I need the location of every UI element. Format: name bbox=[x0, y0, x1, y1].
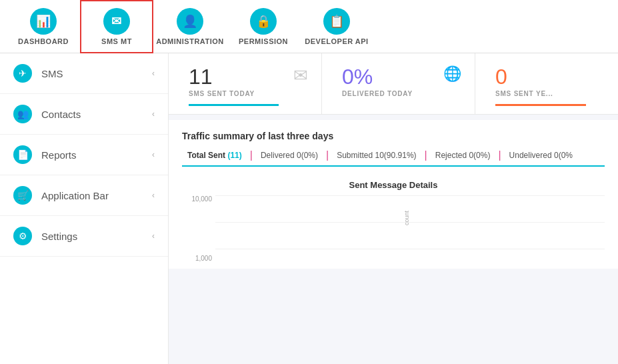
contacts-chevron-icon: ‹ bbox=[152, 109, 155, 119]
sms-chevron-icon: ‹ bbox=[152, 69, 155, 78]
sms-sent-today-label: SMS SENT TODAY bbox=[189, 90, 301, 97]
delivered-today-icon: 🌐 bbox=[443, 65, 461, 83]
sms-sent-today-icon: ✉ bbox=[293, 65, 308, 86]
application-bar-chevron-icon: ‹ bbox=[152, 191, 155, 200]
tab-total-sent[interactable]: Total Sent (11) bbox=[182, 151, 247, 160]
sms-sent-yesterday-underline bbox=[495, 104, 586, 106]
sidebar-item-application-bar[interactable]: 🛒 Application Bar ‹ bbox=[0, 175, 168, 216]
chart-container: 10,000 1,000 count bbox=[182, 195, 605, 262]
dashboard-icon: 📊 bbox=[30, 8, 57, 35]
tab-undelivered[interactable]: Undelivered 0(0% bbox=[504, 151, 578, 160]
nav-sms-mt-label: SMS MT bbox=[101, 37, 132, 45]
delivered-today-label: DELIVERED TODAY bbox=[342, 90, 455, 97]
tab-sep-1: | bbox=[250, 149, 253, 161]
sidebar-reports-label: Reports bbox=[41, 149, 152, 161]
y-label-1000: 1,000 bbox=[182, 255, 212, 262]
settings-chevron-icon: ‹ bbox=[152, 231, 155, 241]
nav-dashboard-label: DASHBOARD bbox=[18, 37, 69, 45]
reports-chevron-icon: ‹ bbox=[152, 150, 155, 159]
total-sent-count: (11) bbox=[227, 151, 241, 160]
stat-sms-sent-yesterday: 0 SMS SENT YE... bbox=[475, 53, 618, 114]
reports-sidebar-icon: 📄 bbox=[13, 145, 32, 164]
sidebar-item-reports[interactable]: 📄 Reports ‹ bbox=[0, 135, 168, 175]
permission-icon: 🔒 bbox=[250, 8, 277, 35]
developer-api-icon: 📋 bbox=[323, 8, 350, 35]
stat-delivered-today: 0% DELIVERED TODAY 🌐 bbox=[322, 53, 475, 114]
sms-sent-today-underline bbox=[189, 104, 279, 106]
chart-y-labels: 10,000 1,000 bbox=[182, 195, 215, 262]
stat-sms-sent-today: 11 SMS SENT TODAY ✉ bbox=[169, 53, 322, 114]
chart-grid: count bbox=[215, 195, 605, 249]
traffic-section: Traffic summary of last three days Total… bbox=[169, 120, 618, 173]
sidebar-application-bar-label: Application Bar bbox=[41, 190, 152, 201]
main-layout: ✈ SMS ‹ 👥 Contacts ‹ 📄 Reports ‹ 🛒 Appli… bbox=[0, 53, 618, 364]
nav-sms-mt[interactable]: ✉ SMS MT bbox=[80, 0, 153, 53]
sms-sent-yesterday-number: 0 bbox=[495, 65, 609, 89]
tab-sep-2: | bbox=[326, 149, 329, 161]
sidebar-item-settings[interactable]: ⚙ Settings ‹ bbox=[0, 216, 168, 257]
sidebar-contacts-label: Contacts bbox=[41, 109, 152, 120]
administration-icon: 👤 bbox=[177, 8, 203, 35]
tab-submitted[interactable]: Submitted 10(90.91%) bbox=[331, 151, 421, 160]
sms-mt-icon: ✉ bbox=[103, 8, 130, 35]
top-navigation: 📊 DASHBOARD ✉ SMS MT 👤 ADMINISTRATION 🔒 … bbox=[0, 0, 618, 53]
y-label-10000: 10,000 bbox=[182, 195, 212, 203]
traffic-tabs: Total Sent (11) | Delivered 0(0%) | Subm… bbox=[182, 149, 605, 167]
traffic-title: Traffic summary of last three days bbox=[182, 131, 605, 141]
tab-sep-4: | bbox=[498, 149, 501, 161]
nav-dashboard[interactable]: 📊 DASHBOARD bbox=[7, 0, 80, 53]
grid-line-top bbox=[215, 195, 605, 196]
sms-sent-yesterday-label: SMS SENT YE... bbox=[495, 90, 609, 97]
tab-rejected[interactable]: Rejected 0(0%) bbox=[430, 151, 496, 160]
contacts-sidebar-icon: 👥 bbox=[13, 105, 32, 123]
application-bar-sidebar-icon: 🛒 bbox=[13, 186, 32, 205]
nav-administration[interactable]: 👤 ADMINISTRATION bbox=[153, 0, 227, 53]
delivered-today-number: 0% bbox=[342, 65, 455, 89]
nav-permission[interactable]: 🔒 PERMISSION bbox=[227, 0, 300, 53]
tab-delivered[interactable]: Delivered 0(0%) bbox=[255, 151, 323, 160]
sidebar: ✈ SMS ‹ 👥 Contacts ‹ 📄 Reports ‹ 🛒 Appli… bbox=[0, 53, 169, 364]
grid-line-bottom bbox=[215, 249, 605, 249]
sidebar-sms-label: SMS bbox=[41, 68, 152, 79]
sms-sidebar-icon: ✈ bbox=[13, 64, 32, 83]
grid-line-middle bbox=[215, 222, 605, 223]
y-axis-label: count bbox=[403, 211, 410, 225]
sms-sent-today-number: 11 bbox=[189, 65, 301, 89]
nav-permission-label: PERMISSION bbox=[239, 37, 288, 45]
sidebar-settings-label: Settings bbox=[41, 231, 152, 242]
chart-area: Sent Message Details 10,000 1,000 count bbox=[169, 173, 618, 269]
tab-sep-3: | bbox=[425, 149, 427, 161]
nav-administration-label: ADMINISTRATION bbox=[156, 37, 224, 45]
stats-row: 11 SMS SENT TODAY ✉ 0% DELIVERED TODAY 🌐… bbox=[169, 53, 618, 115]
sidebar-item-sms[interactable]: ✈ SMS ‹ bbox=[0, 53, 168, 94]
nav-developer-api[interactable]: 📋 DEVELOPER API bbox=[300, 0, 373, 53]
chart-title: Sent Message Details bbox=[182, 180, 605, 190]
main-content: 11 SMS SENT TODAY ✉ 0% DELIVERED TODAY 🌐… bbox=[169, 53, 618, 364]
sidebar-item-contacts[interactable]: 👥 Contacts ‹ bbox=[0, 94, 168, 135]
settings-sidebar-icon: ⚙ bbox=[13, 227, 32, 245]
nav-developer-api-label: DEVELOPER API bbox=[305, 37, 368, 45]
